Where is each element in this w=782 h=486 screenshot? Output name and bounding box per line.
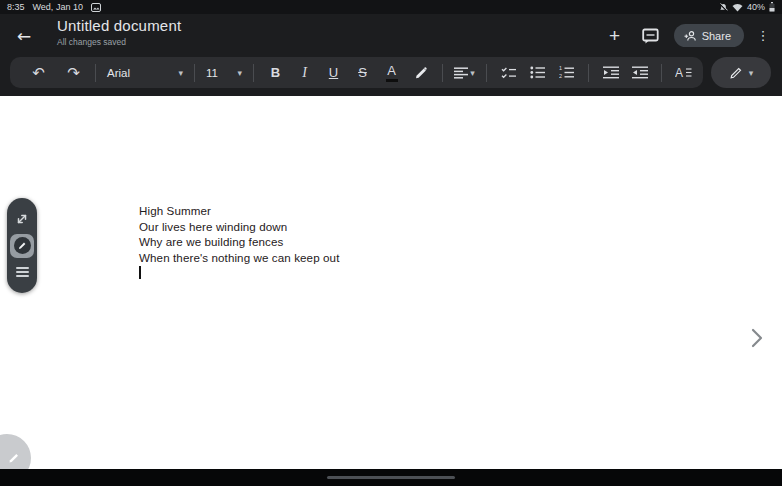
indent-increase-button[interactable]	[625, 57, 654, 88]
document-title[interactable]: Untitled document	[57, 17, 181, 34]
save-status: All changes saved	[57, 37, 181, 47]
pen-icon	[7, 451, 21, 465]
chevron-down-icon: ▾	[749, 68, 754, 78]
back-button[interactable]: ←	[12, 24, 36, 48]
wifi-icon	[732, 3, 743, 12]
status-time: 8:35	[7, 2, 25, 12]
paragraph-format-button[interactable]: A	[669, 57, 698, 88]
numbered-list-icon: 12	[559, 66, 574, 79]
chevron-down-icon: ▾	[178, 68, 183, 78]
kebab-icon: ⋮	[757, 28, 770, 43]
share-button[interactable]: Share	[674, 24, 744, 47]
expand-icon	[15, 212, 29, 226]
svg-text:2: 2	[559, 73, 562, 79]
add-button[interactable]: +	[602, 23, 628, 49]
stylus-tool-pill	[7, 198, 37, 293]
expand-button[interactable]	[10, 207, 34, 231]
google-docs-app: 8:35 Wed, Jan 10 40% ← Untitled document…	[0, 0, 782, 486]
bulleted-list-button[interactable]	[523, 57, 552, 88]
toolbar-divider	[253, 64, 254, 82]
share-label: Share	[702, 30, 731, 42]
bold-button[interactable]: B	[261, 57, 290, 88]
toolbar-divider	[95, 64, 96, 82]
stylus-pen-icon	[14, 237, 31, 254]
underline-button[interactable]: U	[319, 57, 348, 88]
toolbar-divider	[194, 64, 195, 82]
pen-mode-dropdown[interactable]: ▾	[711, 57, 771, 88]
overflow-menu-button[interactable]: ⋮	[754, 23, 772, 49]
home-indicator[interactable]	[327, 476, 455, 479]
edit-pen-icon	[729, 66, 743, 80]
toolbar-divider	[661, 64, 662, 82]
battery-icon	[769, 2, 775, 12]
font-size-dropdown[interactable]: 11 ▾	[202, 57, 246, 88]
checklist-button[interactable]	[494, 57, 523, 88]
font-family-value: Arial	[107, 67, 130, 79]
highlighter-icon	[414, 66, 428, 80]
svg-text:A: A	[675, 66, 683, 79]
battery-percent: 40%	[747, 2, 765, 12]
doc-line[interactable]: High Summer	[139, 203, 339, 219]
text-color-label: A	[387, 63, 396, 78]
document-text[interactable]: High Summer Our lives here winding down …	[139, 203, 339, 281]
strikethrough-button[interactable]: S	[348, 57, 377, 88]
document-canvas[interactable]: High Summer Our lives here winding down …	[0, 96, 782, 469]
mute-icon	[719, 3, 728, 12]
toolbar-strip: ↶ ↷ Arial ▾ 11 ▾ B I U S A	[10, 57, 703, 88]
formatting-toolbar: ↶ ↷ Arial ▾ 11 ▾ B I U S A	[0, 57, 782, 96]
align-dropdown[interactable]: ▾	[450, 57, 479, 88]
numbered-list-button[interactable]: 12	[552, 57, 581, 88]
chevron-down-icon: ▾	[237, 68, 242, 78]
indent-increase-icon	[632, 66, 648, 79]
hamburger-icon	[16, 267, 29, 277]
bulleted-list-icon	[530, 66, 545, 79]
next-page-chevron[interactable]	[748, 327, 766, 349]
indent-decrease-icon	[603, 66, 619, 79]
redo-button[interactable]: ↷	[59, 57, 88, 88]
font-family-dropdown[interactable]: Arial ▾	[103, 57, 187, 88]
doc-line[interactable]: Why are we building fences	[139, 234, 339, 250]
status-bar: 8:35 Wed, Jan 10 40%	[0, 0, 782, 14]
current-color-bar	[386, 79, 398, 82]
screenshot-icon	[91, 3, 101, 12]
undo-button[interactable]: ↶	[24, 57, 53, 88]
text-color-button[interactable]: A	[377, 57, 406, 88]
font-size-value: 11	[206, 67, 218, 79]
highlight-button[interactable]	[406, 57, 435, 88]
pill-menu-button[interactable]	[10, 260, 34, 284]
document-title-block[interactable]: Untitled document All changes saved	[57, 17, 181, 47]
checklist-icon	[501, 66, 517, 80]
toolbar-divider	[442, 64, 443, 82]
person-add-icon	[684, 30, 697, 42]
italic-button[interactable]: I	[290, 57, 319, 88]
comment-icon	[642, 28, 659, 44]
text-cursor	[139, 266, 141, 279]
align-left-icon	[454, 67, 468, 79]
doc-line[interactable]: When there's nothing we can keep out	[139, 250, 339, 266]
chevron-down-icon: ▾	[470, 68, 475, 78]
paragraph-format-icon: A	[675, 66, 692, 79]
indent-decrease-button[interactable]	[596, 57, 625, 88]
plus-icon: +	[609, 26, 620, 45]
stylus-pen-button[interactable]	[10, 234, 34, 258]
status-date: Wed, Jan 10	[33, 2, 83, 12]
comments-button[interactable]	[638, 23, 664, 49]
app-header: ← Untitled document All changes saved + …	[0, 14, 782, 57]
toolbar-divider	[486, 64, 487, 82]
toolbar-divider	[588, 64, 589, 82]
svg-text:1: 1	[559, 66, 562, 71]
doc-line[interactable]: Our lives here winding down	[139, 219, 339, 235]
system-nav-bar	[0, 469, 782, 486]
